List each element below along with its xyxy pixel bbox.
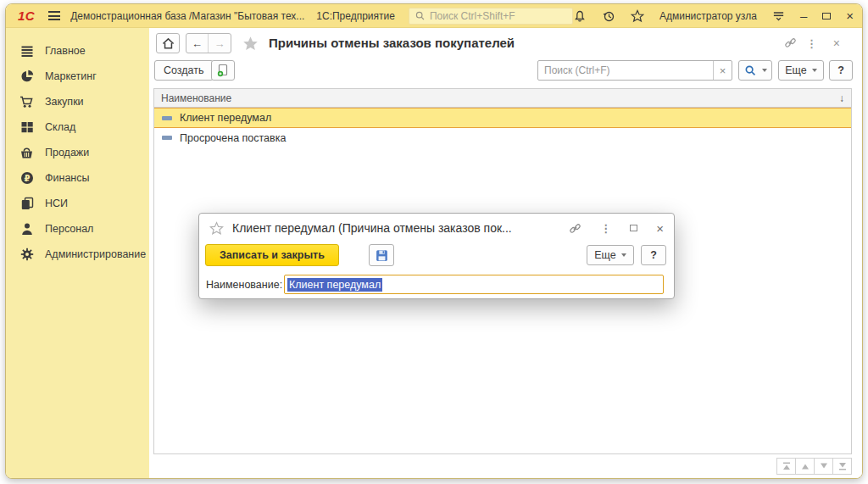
item-edit-dialog: Клиент передумал (Причина отмены заказов… <box>198 213 675 299</box>
list-toolbar: Создать × Еще ? <box>149 60 862 82</box>
dialog-toolbar: Записать и закрыть Еще ? <box>199 244 674 270</box>
chevron-down-icon <box>812 69 817 72</box>
search-icon <box>415 10 426 21</box>
name-field-row: Наименование: Клиент передумал <box>199 275 674 295</box>
more-button[interactable]: Еще <box>778 60 824 81</box>
window-close-button[interactable]: × <box>846 8 854 23</box>
get-link-icon[interactable] <box>569 222 581 235</box>
name-input[interactable]: Клиент передумал <box>284 275 664 294</box>
dialog-close-icon[interactable]: × <box>656 221 664 236</box>
search-icon <box>744 64 757 77</box>
gear-icon <box>19 248 34 261</box>
chevron-down-icon <box>762 69 767 72</box>
table-row[interactable]: Просрочена поставка <box>154 128 851 147</box>
content-header: ← → Причины отмены заказов покупателей ⋮… <box>149 33 862 55</box>
svg-text:₽: ₽ <box>24 174 30 183</box>
window-minimize-button[interactable]: – <box>800 12 807 20</box>
add-favorite-star-icon[interactable] <box>242 36 259 55</box>
sidebar-item-finance[interactable]: ₽ Финансы <box>6 165 149 191</box>
onec-logo-icon: 1С <box>18 8 35 23</box>
person-icon <box>19 222 34 236</box>
home-icon <box>162 37 175 50</box>
floppy-icon <box>375 248 389 263</box>
sidebar-item-main[interactable]: Главное <box>6 38 149 64</box>
sidebar-item-administration[interactable]: Администрирование <box>6 242 149 267</box>
history-icon[interactable] <box>602 9 615 23</box>
sidebar-item-personnel[interactable]: Персонал <box>6 216 149 242</box>
global-search[interactable] <box>409 8 573 25</box>
sidebar-item-warehouse[interactable]: Склад <box>6 114 149 140</box>
catalog-item-icon <box>162 136 172 140</box>
sidebar-item-purchases[interactable]: Закупки <box>6 89 149 114</box>
app-title: Демонстрационная база /Магазин "Бытовая … <box>70 10 304 22</box>
dialog-more-button[interactable]: Еще <box>587 245 634 265</box>
list-search-input[interactable] <box>538 61 713 80</box>
form-menu-kebab-icon[interactable]: ⋮ <box>806 37 817 50</box>
name-field-label: Наименование: <box>206 279 282 291</box>
topbar: 1С Демонстрационная база /Магазин "Бытов… <box>6 4 862 28</box>
page-title: Причины отмены заказов покупателей <box>269 36 515 50</box>
basket-icon <box>19 146 34 159</box>
main-menu-burger-icon[interactable] <box>48 11 60 20</box>
sort-desc-icon: ↓ <box>839 92 844 104</box>
list-scroll-nav <box>777 458 852 475</box>
create-by-copy-button[interactable] <box>211 60 235 81</box>
notifications-bell-icon[interactable] <box>573 9 587 23</box>
app-name: 1С:Предприятие <box>316 10 395 22</box>
form-close-icon[interactable]: × <box>833 36 840 50</box>
get-link-icon[interactable] <box>784 36 797 53</box>
scroll-up-button[interactable] <box>795 458 815 475</box>
history-nav: ← → <box>186 33 231 53</box>
service-menu-icon[interactable] <box>772 9 785 22</box>
dialog-titlebar: Клиент передумал (Причина отмены заказов… <box>199 214 674 242</box>
favorites-star-icon[interactable] <box>631 9 644 23</box>
favorite-star-icon[interactable] <box>209 221 224 236</box>
list-search-field[interactable]: × <box>537 60 732 81</box>
catalog-item-icon <box>162 116 172 120</box>
global-search-input[interactable] <box>430 10 567 22</box>
dialog-help-button[interactable]: ? <box>641 245 666 265</box>
scroll-first-button[interactable] <box>776 458 796 475</box>
scroll-last-button[interactable] <box>832 458 852 475</box>
dialog-title: Клиент передумал (Причина отмены заказов… <box>232 221 512 235</box>
forward-button[interactable]: → <box>209 34 231 53</box>
help-button[interactable]: ? <box>829 60 853 81</box>
table-row[interactable]: Клиент передумал <box>154 108 851 128</box>
sidebar-item-sales[interactable]: Продажи <box>6 140 149 165</box>
app-window: 1С Демонстрационная база /Магазин "Бытов… <box>5 3 863 479</box>
home-button[interactable] <box>156 33 180 53</box>
create-button[interactable]: Создать <box>154 60 214 81</box>
save-and-close-button[interactable]: Записать и закрыть <box>205 244 339 266</box>
sidebar-item-nsi[interactable]: НСИ <box>6 191 149 216</box>
chevron-down-icon <box>621 253 626 257</box>
grid-icon <box>19 120 34 134</box>
cart-icon <box>19 95 34 108</box>
column-header-name[interactable]: Наименование ↓ <box>154 89 851 108</box>
sidebar: Главное Маркетинг Закупки Склад Продажи … <box>6 28 149 478</box>
dialog-maximize-icon[interactable] <box>630 225 637 231</box>
find-button[interactable] <box>738 60 772 81</box>
ruble-icon: ₽ <box>19 171 34 185</box>
menu-lines-icon <box>19 44 34 58</box>
window-maximize-button[interactable] <box>822 13 831 19</box>
dialog-menu-kebab-icon[interactable]: ⋮ <box>600 222 611 235</box>
scroll-down-button[interactable] <box>814 458 833 475</box>
save-button[interactable] <box>369 244 394 266</box>
selected-text: Клиент передумал <box>287 278 382 292</box>
document-plus-icon <box>216 64 230 77</box>
pie-chart-icon <box>19 70 34 83</box>
books-icon <box>19 197 34 210</box>
back-button[interactable]: ← <box>186 34 209 53</box>
sidebar-item-marketing[interactable]: Маркетинг <box>6 64 149 89</box>
clear-search-icon[interactable]: × <box>713 61 732 80</box>
current-user[interactable]: Администратор узла <box>659 10 757 22</box>
